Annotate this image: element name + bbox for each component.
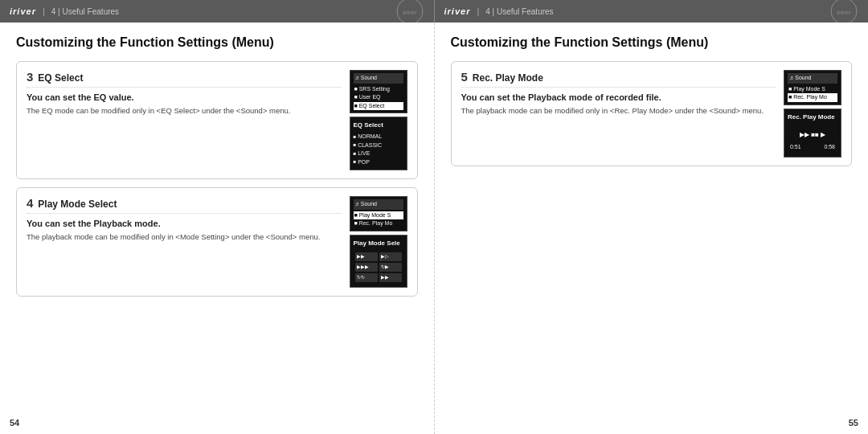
pm-item-6: ▶▶ <box>379 273 402 282</box>
play-mode-content: 4 Play Mode Select You can set the Playb… <box>27 196 342 288</box>
header-right: iriver | 4 | Useful Features iriver <box>435 0 869 23</box>
rec-time-1: 0:51 <box>790 143 801 152</box>
logo-left: iriver <box>10 6 36 16</box>
svg-text:iriver: iriver <box>403 9 417 16</box>
eq-select-desc: The EQ mode can be modified only in <EQ … <box>27 105 342 116</box>
play-mode-devices: ♬Sound ■ Play Mode S ■ Rec. Play Mo Play… <box>350 196 407 288</box>
header-left: iriver | 4 | Useful Features iriver <box>0 0 435 23</box>
subtitle-left: 4 | Useful Features <box>51 7 119 16</box>
section-rec-play: 5 Rec. Play Mode You can set the Playbac… <box>451 61 853 166</box>
divider-left: | <box>43 6 45 16</box>
section-eq-select: 3 EQ Select You can set the EQ value. Th… <box>16 61 418 179</box>
rec-play-num: 5 <box>461 70 468 84</box>
divider-right: | <box>477 6 479 16</box>
eq-select-num: 3 <box>27 70 33 84</box>
play-menu-item-1: ■ Rec. Play Mo <box>354 219 403 228</box>
logo-right: iriver <box>444 6 471 16</box>
rec-play-devices: ♬Sound ■ Play Mode S ■ Rec. Play Mo Rec.… <box>784 70 841 158</box>
eq-menu-item-1: ■ User EQ <box>354 93 403 102</box>
rec-play-times: 0:51 0:58 <box>790 143 835 152</box>
pm-item-1: ▶▶ <box>355 252 378 261</box>
right-page-title: Customizing the Function Settings (Menu) <box>451 35 853 50</box>
play-mode-title-row: 4 Play Mode Select <box>27 196 342 214</box>
right-page: Customizing the Function Settings (Menu)… <box>435 23 869 434</box>
page-num-55: 55 <box>849 418 858 428</box>
eq-menu-item-2: ■ EQ Select <box>354 102 403 111</box>
play-mode-grid: ▶▶ ▶▷ ▶▶▶ ↻▶ ↻↻ ▶▶ <box>354 251 403 284</box>
play-mode-desc: The playback mode can be modified only i… <box>27 231 342 242</box>
eq-select-title-row: 3 EQ Select <box>27 70 342 88</box>
rec-big-title: Rec. Play Mode <box>788 113 837 122</box>
rec-play-bold-desc: You can set the Playback mode of recorde… <box>461 92 776 102</box>
rec-menu-item-1: ■ Rec. Play Mo <box>788 93 837 102</box>
pm-item-2: ▶▷ <box>379 252 402 261</box>
eq-big-title: EQ Select <box>354 121 403 130</box>
rec-play-desc: The playback mode can be modified only i… <box>461 105 776 116</box>
rec-play-display: ▶▶ ■■ ▶ 0:51 0:58 <box>788 125 837 154</box>
rec-menu-item-0: ■ Play Mode S <box>788 85 837 94</box>
subtitle-right: 4 | Useful Features <box>485 7 553 16</box>
main-content: Customizing the Function Settings (Menu)… <box>0 23 868 434</box>
eq-mini-title: ♬Sound <box>354 73 403 84</box>
eq-item-live: ■ LIVE <box>354 149 403 158</box>
play-mode-title: Play Mode Select <box>38 199 117 210</box>
pm-item-3: ▶▶▶ <box>355 263 378 272</box>
play-mini-title: ♬Sound <box>354 199 403 210</box>
rec-play-big-screen: Rec. Play Mode ▶▶ ■■ ▶ 0:51 0:58 <box>784 108 841 158</box>
eq-select-content: 3 EQ Select You can set the EQ value. Th… <box>27 70 342 170</box>
eq-item-classic: ■ CLASSIC <box>354 141 403 150</box>
eq-select-bold-desc: You can set the EQ value. <box>27 92 342 102</box>
pm-item-4: ↻▶ <box>379 263 402 272</box>
play-mode-bold-desc: You can set the Playback mode. <box>27 219 342 228</box>
play-mode-num: 4 <box>27 196 33 210</box>
eq-item-normal: ■ NORMAL <box>354 133 403 141</box>
eq-select-big-screen: EQ Select ■ NORMAL ■ CLASSIC ■ LIVE ■ PO… <box>350 117 407 170</box>
header: iriver | 4 | Useful Features iriver iriv… <box>0 0 868 23</box>
rec-play-content: 5 Rec. Play Mode You can set the Playbac… <box>461 70 776 158</box>
eq-item-pop: ■ POP <box>354 158 403 167</box>
rec-mini-title: ♬Sound <box>788 73 837 84</box>
pm-item-5: ↻↻ <box>355 273 378 282</box>
page-num-54: 54 <box>10 418 19 428</box>
left-page-title: Customizing the Function Settings (Menu) <box>16 35 418 50</box>
rec-play-mini-screen: ♬Sound ■ Play Mode S ■ Rec. Play Mo <box>784 70 841 105</box>
svg-text:iriver: iriver <box>837 9 851 16</box>
play-mode-mini-screen: ♬Sound ■ Play Mode S ■ Rec. Play Mo <box>350 196 407 231</box>
eq-select-mini-screen: ♬Sound ■ SRS Setting ■ User EQ ■ EQ Sele… <box>350 70 407 113</box>
eq-select-title: EQ Select <box>38 72 83 84</box>
play-menu-item-0: ■ Play Mode S <box>354 211 403 220</box>
rec-play-controls: ▶▶ ■■ ▶ <box>790 130 835 140</box>
rec-time-2: 0:58 <box>824 143 835 152</box>
section-play-mode: 4 Play Mode Select You can set the Playb… <box>16 187 418 297</box>
play-big-title: Play Mode Sele <box>354 239 403 248</box>
rec-play-title: Rec. Play Mode <box>473 72 543 84</box>
eq-menu-item-0: ■ SRS Setting <box>354 85 403 94</box>
rec-play-title-row: 5 Rec. Play Mode <box>461 70 776 88</box>
play-mode-big-screen: Play Mode Sele ▶▶ ▶▷ ▶▶▶ ↻▶ ↻↻ ▶▶ <box>350 235 407 288</box>
left-page: Customizing the Function Settings (Menu)… <box>0 23 435 434</box>
eq-select-devices: ♬Sound ■ SRS Setting ■ User EQ ■ EQ Sele… <box>350 70 407 170</box>
